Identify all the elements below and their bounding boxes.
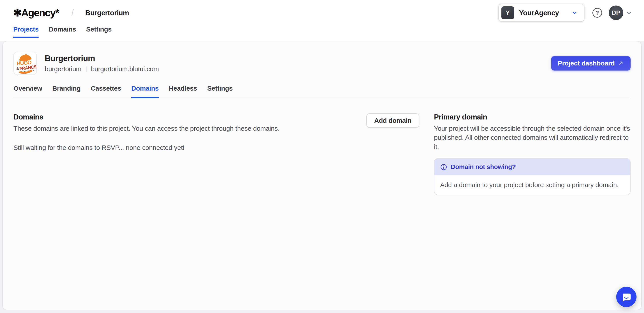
project-dashboard-label: Project dashboard — [558, 60, 615, 67]
primary-domain-info-box: Domain not showing? Add a domain to your… — [434, 158, 630, 195]
nav-tab-domains[interactable]: Domains — [49, 26, 76, 38]
subtitle-divider: | — [85, 66, 87, 72]
project-tab-headless[interactable]: Headless — [169, 85, 197, 98]
logo-amp: & — [16, 66, 19, 70]
domains-intro: Domains These domains are linked to this… — [14, 113, 358, 152]
chevron-down-icon — [626, 9, 632, 16]
info-box-title: Domain not showing? — [451, 163, 516, 170]
domains-content: Domains These domains are linked to this… — [3, 98, 641, 195]
top-bar-row: ✱Agency* / Burgertorium Y YourAgency ? D… — [13, 0, 632, 26]
breadcrumb[interactable]: Burgertorium — [85, 9, 129, 17]
user-menu[interactable]: DP — [609, 6, 632, 20]
project-tabs: Overview Branding Cassettes Domains Head… — [14, 85, 630, 98]
domains-heading: Domains — [14, 113, 358, 121]
project-tab-cassettes[interactable]: Cassettes — [91, 85, 121, 98]
primary-domain-description: Your project will be accessible through … — [434, 124, 630, 151]
add-domain-button[interactable]: Add domain — [366, 113, 420, 128]
domains-column: Domains These domains are linked to this… — [14, 113, 434, 152]
primary-nav: Projects Domains Settings — [13, 26, 632, 38]
top-bar: ✱Agency* / Burgertorium Y YourAgency ? D… — [0, 0, 644, 41]
agency-switcher[interactable]: Y YourAgency — [498, 4, 584, 22]
domains-empty-state: Still waiting for the domains to RSVP...… — [14, 144, 358, 152]
agency-logo[interactable]: ✱Agency* — [13, 7, 59, 19]
nav-tab-projects[interactable]: Projects — [13, 26, 38, 38]
chat-bubble-icon — [621, 291, 632, 303]
info-box-header: Domain not showing? — [434, 159, 630, 175]
project-tab-overview[interactable]: Overview — [14, 85, 42, 98]
project-preview-domain: burgertorium.blutui.com — [91, 65, 159, 73]
project-identity: Burgertorium burgertorium | burgertorium… — [45, 54, 159, 73]
avatar: DP — [609, 6, 623, 20]
agency-switcher-label: YourAgency — [519, 9, 559, 17]
project-dashboard-button[interactable]: Project dashboard — [551, 56, 630, 70]
external-link-icon — [618, 60, 624, 66]
agency-avatar: Y — [502, 6, 514, 19]
chat-launcher-button[interactable] — [616, 287, 636, 307]
project-card-header: HUGO & FRANCS BURGERTORIUM Burgertorium … — [3, 42, 641, 75]
project-tab-settings[interactable]: Settings — [207, 85, 232, 98]
help-icon[interactable]: ? — [592, 8, 602, 18]
project-subtitle: burgertorium | burgertorium.blutui.com — [45, 65, 159, 73]
project-logo-image: HUGO & FRANCS BURGERTORIUM — [14, 52, 37, 75]
project-title: Burgertorium — [45, 54, 159, 63]
nav-tab-settings[interactable]: Settings — [86, 26, 112, 38]
info-box-body: Add a domain to your project before sett… — [434, 175, 630, 195]
breadcrumb-separator: / — [72, 7, 74, 18]
project-card: HUGO & FRANCS BURGERTORIUM Burgertorium … — [2, 41, 642, 310]
project-tab-domains[interactable]: Domains — [131, 85, 159, 98]
project-tab-branding[interactable]: Branding — [52, 85, 80, 98]
project-slug: burgertorium — [45, 65, 81, 73]
domains-description: These domains are linked to this project… — [14, 124, 358, 133]
primary-domain-heading: Primary domain — [434, 113, 630, 121]
primary-domain-column: Primary domain Your project will be acce… — [434, 113, 630, 195]
chevron-down-icon — [571, 10, 578, 16]
top-bar-actions: Y YourAgency ? DP — [498, 4, 632, 22]
page: ✱Agency* / Burgertorium Y YourAgency ? D… — [0, 0, 644, 313]
info-icon — [440, 164, 447, 170]
